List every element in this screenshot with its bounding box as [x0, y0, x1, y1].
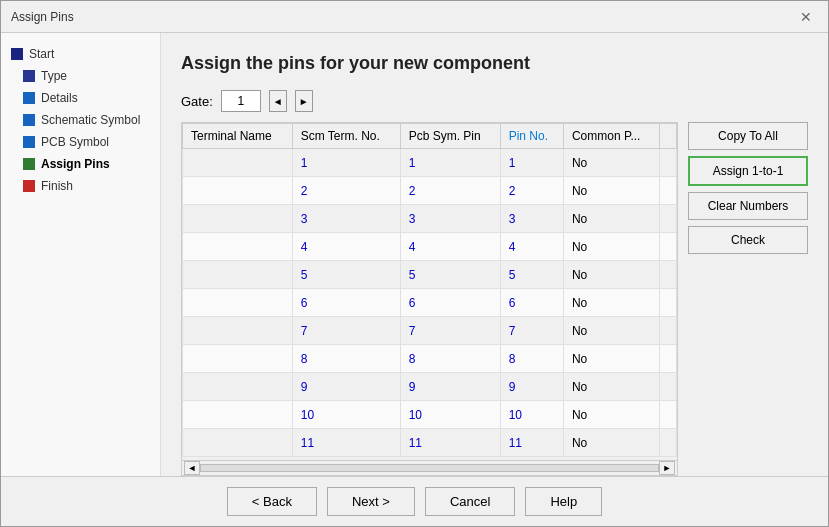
- sidebar-item-pcb-symbol[interactable]: PCB Symbol: [1, 131, 160, 153]
- content-area: Start Type Details Schematic Symbol PCB …: [1, 33, 828, 476]
- table-row[interactable]: 555No: [183, 261, 677, 289]
- main-window: Assign Pins ✕ Start Type Details Schemat…: [0, 0, 829, 527]
- pins-table: Terminal Name Scm Term. No. Pcb Sym. Pin…: [182, 123, 677, 457]
- help-button[interactable]: Help: [525, 487, 602, 516]
- table-row[interactable]: 111No: [183, 149, 677, 177]
- table-row[interactable]: 111111No: [183, 429, 677, 457]
- table-row[interactable]: 666No: [183, 289, 677, 317]
- gate-input[interactable]: [221, 90, 261, 112]
- footer: < Back Next > Cancel Help: [1, 476, 828, 526]
- table-scroll[interactable]: Terminal Name Scm Term. No. Pcb Sym. Pin…: [182, 123, 677, 460]
- start-bullet: [11, 48, 23, 60]
- scroll-left-arrow[interactable]: ◄: [184, 461, 200, 475]
- check-button[interactable]: Check: [688, 226, 808, 254]
- gate-label: Gate:: [181, 94, 213, 109]
- assign-pins-bullet: [23, 158, 35, 170]
- table-row[interactable]: 888No: [183, 345, 677, 373]
- next-button[interactable]: Next >: [327, 487, 415, 516]
- scroll-right-arrow[interactable]: ►: [659, 461, 675, 475]
- sidebar-item-details[interactable]: Details: [1, 87, 160, 109]
- col-terminal-name[interactable]: Terminal Name: [183, 124, 293, 149]
- sidebar-label-start: Start: [29, 47, 54, 61]
- table-row[interactable]: 999No: [183, 373, 677, 401]
- close-button[interactable]: ✕: [794, 7, 818, 27]
- sidebar-item-assign-pins[interactable]: Assign Pins: [1, 153, 160, 175]
- col-pcb-sym-pin[interactable]: Pcb Sym. Pin: [400, 124, 500, 149]
- schematic-bullet: [23, 114, 35, 126]
- gate-next-button[interactable]: ►: [295, 90, 313, 112]
- main-panel: Assign the pins for your new component G…: [161, 33, 828, 476]
- cancel-button[interactable]: Cancel: [425, 487, 515, 516]
- sidebar: Start Type Details Schematic Symbol PCB …: [1, 33, 161, 476]
- table-row[interactable]: 444No: [183, 233, 677, 261]
- sidebar-label-assign-pins: Assign Pins: [41, 157, 110, 171]
- horizontal-scrollbar[interactable]: ◄ ►: [182, 460, 677, 475]
- sidebar-item-finish[interactable]: Finish: [1, 175, 160, 197]
- gate-row: Gate: ◄ ►: [181, 90, 808, 112]
- finish-bullet: [23, 180, 35, 192]
- sidebar-label-finish: Finish: [41, 179, 73, 193]
- sidebar-item-schematic-symbol[interactable]: Schematic Symbol: [1, 109, 160, 131]
- scroll-track[interactable]: [200, 464, 659, 472]
- page-title: Assign the pins for your new component: [181, 53, 808, 74]
- sidebar-label-details: Details: [41, 91, 78, 105]
- assign-1to1-button[interactable]: Assign 1-to-1: [688, 156, 808, 186]
- table-row[interactable]: 101010No: [183, 401, 677, 429]
- sidebar-label-pcb-symbol: PCB Symbol: [41, 135, 109, 149]
- table-row[interactable]: 222No: [183, 177, 677, 205]
- window-title: Assign Pins: [11, 10, 74, 24]
- sidebar-item-start[interactable]: Start: [1, 43, 160, 65]
- table-section: Terminal Name Scm Term. No. Pcb Sym. Pin…: [181, 122, 808, 476]
- titlebar: Assign Pins ✕: [1, 1, 828, 33]
- col-common-p[interactable]: Common P...: [563, 124, 659, 149]
- type-bullet: [23, 70, 35, 82]
- sidebar-label-schematic-symbol: Schematic Symbol: [41, 113, 140, 127]
- col-scm-term-no[interactable]: Scm Term. No.: [292, 124, 400, 149]
- sidebar-label-type: Type: [41, 69, 67, 83]
- clear-numbers-button[interactable]: Clear Numbers: [688, 192, 808, 220]
- back-button[interactable]: < Back: [227, 487, 317, 516]
- col-pin-no[interactable]: Pin No.: [500, 124, 563, 149]
- details-bullet: [23, 92, 35, 104]
- gate-prev-button[interactable]: ◄: [269, 90, 287, 112]
- copy-to-all-button[interactable]: Copy To All: [688, 122, 808, 150]
- pcb-bullet: [23, 136, 35, 148]
- table-row[interactable]: 777No: [183, 317, 677, 345]
- table-row[interactable]: 333No: [183, 205, 677, 233]
- sidebar-item-type[interactable]: Type: [1, 65, 160, 87]
- right-action-buttons: Copy To All Assign 1-to-1 Clear Numbers …: [688, 122, 808, 476]
